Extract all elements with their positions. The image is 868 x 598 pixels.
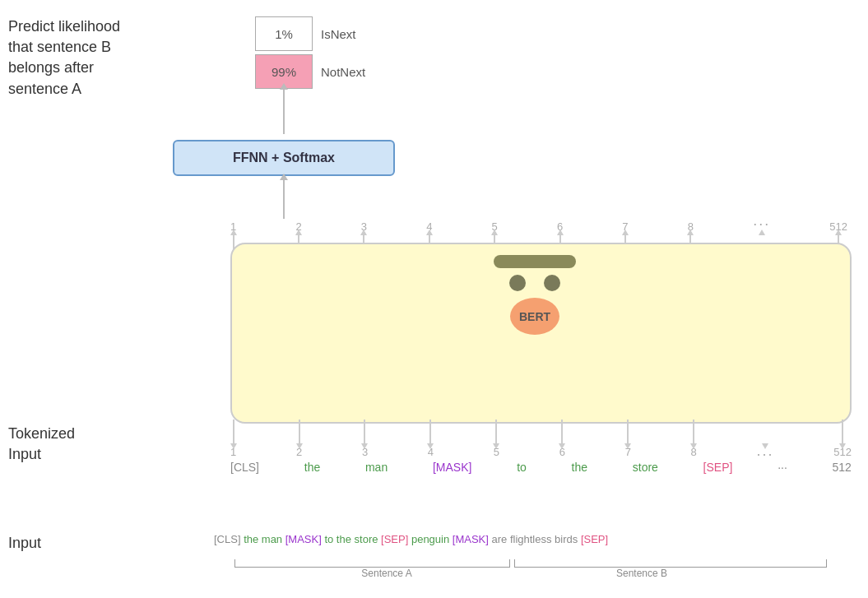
input-part2: to the store <box>322 533 381 545</box>
token-sep: [SEP] <box>703 461 733 474</box>
pos-bot-8: 8 <box>691 420 697 458</box>
input-part1: the man <box>241 533 285 545</box>
bert-eyes <box>509 275 560 291</box>
arrow-bert-to-ffnn <box>283 179 285 219</box>
positions-bottom: 1 2 3 4 5 6 7 8 <box>230 420 852 463</box>
pos-arrow-bot-7 <box>627 420 629 444</box>
pos-bot-ellipsis: ··· <box>757 420 774 463</box>
bracket-sentence-b <box>514 559 827 568</box>
input-sep2: [SEP] <box>581 533 608 545</box>
isnext-label: IsNext <box>321 27 356 41</box>
pos-bot-3: 3 <box>362 420 368 458</box>
input-sep1: [SEP] <box>381 533 408 545</box>
bert-eye-right <box>544 275 560 291</box>
pos-bot-6: 6 <box>559 420 565 458</box>
prob-row-notnext: 99% NotNext <box>255 54 365 89</box>
prob-box-isnext: 1% <box>255 16 313 51</box>
pos-bot-2: 2 <box>296 420 302 458</box>
token-the2: the <box>572 461 587 474</box>
pos-arrow-bot-1 <box>233 420 234 444</box>
prob-row-isnext: 1% IsNext <box>255 16 356 51</box>
sentence-a-label: Sentence A <box>272 568 502 579</box>
pos-arrow-bot-512 <box>842 420 843 444</box>
notnext-label: NotNext <box>321 65 365 79</box>
token-to: to <box>517 461 527 474</box>
input-label: Input <box>8 535 41 552</box>
diagram-container: Predict likelihood that sentence B belon… <box>0 0 868 598</box>
pos-bot-5: 5 <box>494 420 499 458</box>
input-part3: penguin <box>408 533 453 545</box>
token-ellipsis: ··· <box>777 461 787 474</box>
input-cls: [CLS] <box>214 533 241 545</box>
sentence-b-label: Sentence B <box>527 568 757 579</box>
pos-arrow-bot-5 <box>495 420 497 444</box>
token-mask1: [MASK] <box>433 461 471 474</box>
probability-container: 1% IsNext 99% NotNext <box>255 16 365 92</box>
bert-eyebrow <box>494 255 576 268</box>
pos-bot-1: 1 <box>230 420 236 458</box>
token-labels: [CLS] the man [MASK] to the store [SEP] … <box>230 461 852 474</box>
pos-arrow-bot-8 <box>693 420 694 444</box>
token-512: 512 <box>833 461 852 474</box>
arrow-prob-to-ffnn <box>283 89 285 134</box>
pos-arrow-bot-3 <box>364 420 365 444</box>
pos-arrow-bot-6 <box>561 420 563 444</box>
token-the1: the <box>304 461 320 474</box>
input-mask2: [MASK] <box>453 533 489 545</box>
bert-beak: BERT <box>510 298 559 335</box>
token-cls: [CLS] <box>230 461 259 474</box>
input-mask1: [MASK] <box>285 533 322 545</box>
bert-eye-left <box>509 275 526 291</box>
pos-bot-7: 7 <box>625 420 631 458</box>
pos-bot-512: 512 <box>833 420 852 458</box>
pos-bot-4: 4 <box>428 420 434 458</box>
pos-arrow-bot-2 <box>299 420 300 444</box>
bert-face: BERT <box>477 255 592 378</box>
token-store: store <box>633 461 658 474</box>
input-part4: are flightless birds <box>489 533 581 545</box>
pos-arrow-bot-4 <box>429 420 431 444</box>
predict-label: Predict likelihood that sentence B belon… <box>8 16 173 100</box>
ffnn-box: FFNN + Softmax <box>173 140 395 176</box>
input-text-line: [CLS] the man [MASK] to the store [SEP] … <box>214 533 608 545</box>
pos-arrow-bot-ellipsis <box>764 420 766 444</box>
bracket-sentence-a <box>234 559 510 568</box>
token-man: man <box>365 461 388 474</box>
tokenized-label: Tokenized Input <box>8 424 75 465</box>
